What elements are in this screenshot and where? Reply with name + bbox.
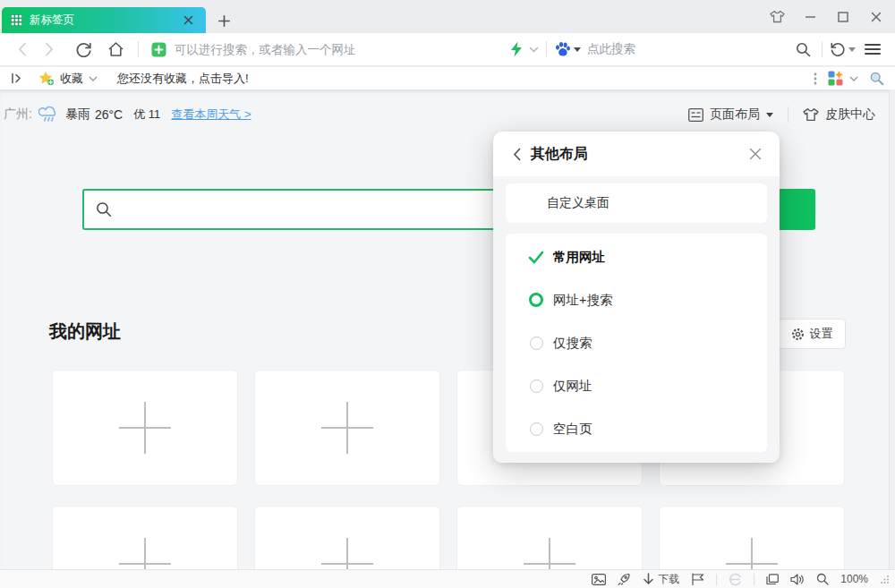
skin-shirt-icon[interactable] [765,5,788,29]
tab-title: 新标签页 [30,13,179,28]
popup-body: 自定义桌面 常用网址 网址+搜索 仅搜索 [493,176,780,463]
weather-week-link[interactable]: 查看本周天气 > [171,107,251,123]
corner-separator [788,107,788,123]
download-label: 下载 [658,572,679,587]
add-site-icon [321,402,373,454]
add-site-tile[interactable] [659,506,845,569]
search-engine-caret-icon[interactable] [574,47,581,52]
layout-option-common-sites[interactable]: 常用网址 [506,235,767,278]
custom-desktop-label: 自定义桌面 [547,195,609,211]
page-layout-button[interactable]: 页面布局 [688,107,773,123]
screenshot-icon[interactable] [592,574,606,585]
page-layout-label: 页面布局 [710,107,760,123]
favorites-star-icon[interactable] [38,71,55,86]
favorites-label[interactable]: 收藏 [60,71,83,87]
close-window-button[interactable] [865,5,888,29]
popup-close-icon[interactable] [746,144,765,164]
radio-selected-icon [529,293,543,307]
home-button[interactable] [104,38,127,61]
layout-option-search-only[interactable]: 仅搜索 [506,321,767,364]
multi-window-icon[interactable] [766,574,779,585]
flag-medal-icon[interactable] [691,573,704,585]
add-site-tile[interactable] [456,506,643,569]
my-sites-title: 我的网址 [49,320,121,344]
site-safety-icon[interactable] [151,42,166,57]
radio-icon [530,379,543,393]
boost-rocket-icon[interactable] [618,573,631,585]
zoom-level-button[interactable]: 100% [840,573,868,585]
layout-option-sites-only[interactable]: 仅网址 [506,364,767,407]
add-site-tile[interactable] [52,506,238,569]
new-tab-button[interactable] [213,10,234,31]
apps-chevron-icon[interactable] [849,76,858,81]
weather-temperature: 26°C [95,107,123,122]
favorites-chevron-icon[interactable] [89,76,98,81]
speed-lightning-icon[interactable] [510,41,523,57]
add-site-tile[interactable] [254,506,440,569]
radio-icon [530,422,543,436]
address-bar[interactable] [151,42,510,57]
layout-option-sites-search[interactable]: 网址+搜索 [506,278,767,321]
statusbar-separator [754,574,754,585]
add-site-icon [524,538,575,569]
skin-center-button[interactable]: 皮肤中心 [803,107,875,123]
search-magnifier-icon [96,201,112,217]
tab-favicon-grid-icon [11,14,22,26]
custom-desktop-option[interactable]: 自定义桌面 [506,183,767,223]
add-site-icon [726,538,778,569]
scrollbar-track[interactable] [889,89,895,569]
layout-option-blank-page[interactable]: 空白页 [506,407,767,450]
skin-center-label: 皮肤中心 [825,107,875,123]
weather-widget: 广州: 暴雨 26°C 优 11 查看本周天气 > [4,104,251,125]
quick-search-label[interactable]: 点此搜索 [587,41,791,57]
restore-caret-icon[interactable] [848,47,856,52]
speed-chevron-down-icon[interactable] [529,47,539,53]
toolbar-search-icon[interactable] [791,38,814,61]
popup-header: 其他布局 [493,132,780,176]
apps-grid-icon[interactable] [828,71,843,86]
statusbar-separator [716,574,717,585]
weather-city: 广州: [4,107,32,123]
add-site-tile[interactable] [52,370,238,486]
restore-session-icon[interactable] [830,38,856,61]
tab-close-icon[interactable] [179,12,197,30]
popup-back-icon[interactable] [513,148,521,161]
weather-condition: 暴雨 [65,107,90,123]
menu-hamburger-icon[interactable] [861,38,884,61]
tab-new-page[interactable]: 新标签页 [2,7,206,33]
bookmarks-bar: 收藏 您还没有收藏，点击导入! [0,67,895,89]
bookmarks-empty-hint[interactable]: 您还没有收藏，点击导入! [117,71,249,87]
page-search-magnifier-icon[interactable] [869,71,884,86]
navigation-toolbar: 点此搜索 [0,33,895,66]
url-input[interactable] [175,43,510,56]
download-button[interactable]: 下载 [643,572,679,587]
check-icon [527,251,545,264]
add-site-icon [119,538,171,569]
title-bar: 新标签页 [0,0,895,33]
more-dots-icon[interactable] [814,72,817,85]
toolbar-separator [546,41,547,57]
toolbar-separator [822,41,823,57]
settings-button[interactable]: 设置 [778,319,846,349]
page-layout-caret-icon [766,113,773,117]
zoom-level-value: 100% [840,573,868,585]
minimize-button[interactable] [798,5,822,29]
resize-grip[interactable] [880,575,890,584]
maximize-button[interactable] [831,5,855,29]
ie-compat-icon[interactable] [729,573,742,586]
new-tab-page: 广州: 暴雨 26°C 优 11 查看本周天气 > 页面布局 皮 [0,89,895,569]
forward-button[interactable] [38,38,61,61]
baidu-search-engine-icon[interactable] [554,41,571,57]
zoom-search-icon[interactable] [816,573,829,585]
settings-label: 设置 [810,326,833,342]
speaker-icon[interactable] [790,574,805,585]
page-corner-tools: 页面布局 皮肤中心 [688,104,875,125]
back-button[interactable] [11,38,34,61]
add-site-tile[interactable] [254,370,440,486]
refresh-button[interactable] [72,38,95,61]
layout-popup: 其他布局 自定义桌面 常用网址 网址+搜索 [493,132,780,463]
layout-options-list: 常用网址 网址+搜索 仅搜索 仅网址 空白页 [506,234,767,452]
sidebar-expand-icon[interactable] [11,72,22,84]
radio-icon [530,337,543,350]
window-controls [765,0,888,33]
